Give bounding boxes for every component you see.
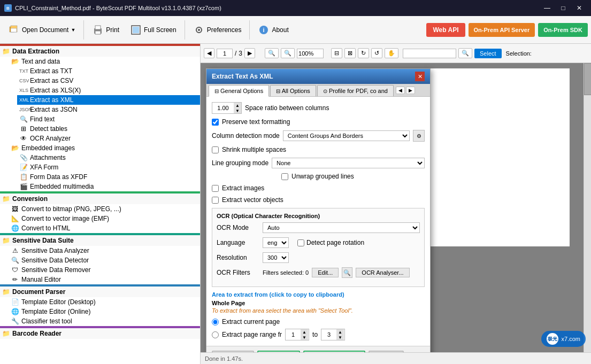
csv-icon: CSV xyxy=(19,78,28,83)
sidebar-item-extract-json[interactable]: JSON Extract as JSON xyxy=(17,105,200,114)
sidebar-label-sensitive-remover: Sensitive Data Remover xyxy=(21,266,90,274)
category-header-conversion[interactable]: 📁 Conversion xyxy=(0,193,200,204)
sidebar-item-detect-tables[interactable]: ⊞ Detect tables xyxy=(17,124,200,134)
extract-vector-checkbox[interactable] xyxy=(212,197,219,204)
close-dialog-button[interactable]: Close xyxy=(369,351,404,352)
line-grouping-select[interactable]: None By font size By indent xyxy=(272,158,425,168)
sidebar-item-embedded-images[interactable]: 📂 Embedded images xyxy=(9,143,200,153)
ocr-filters-edit-button[interactable]: Edit... xyxy=(312,268,339,277)
extract-to-file-button[interactable]: Extract to File xyxy=(303,351,365,352)
ocr-mode-select[interactable]: Auto Disabled Always xyxy=(263,222,420,233)
page-range-from-down[interactable]: ▼ xyxy=(301,335,308,340)
web-api-button[interactable]: Web API xyxy=(426,23,465,37)
print-button[interactable]: Print xyxy=(87,20,124,40)
preferences-button[interactable]: Preferences xyxy=(188,20,247,40)
detect-rotation-checkbox[interactable] xyxy=(297,239,304,246)
space-ratio-spinner[interactable]: ▲ ▼ xyxy=(212,102,242,114)
shrink-spaces-checkbox[interactable] xyxy=(212,146,219,153)
column-detection-select[interactable]: Content Groups And Borders Columns None xyxy=(283,130,410,141)
sidebar-item-extract-xml[interactable]: XML Extract as XML xyxy=(17,95,200,105)
sidebar-item-form-data-xfdf[interactable]: 📋 Form Data as XFDF xyxy=(17,172,200,182)
rotate-button[interactable]: ↻ xyxy=(358,48,369,58)
sidebar-item-template-online[interactable]: 🌐 Template Editor (Online) xyxy=(9,307,200,316)
category-header-sensitive[interactable]: 📁 Sensitive Data Suite xyxy=(0,235,200,246)
page-range-from-spinner[interactable]: ▲ ▼ xyxy=(285,329,309,340)
unwrap-lines-checkbox[interactable] xyxy=(281,173,288,180)
page-range-from-input[interactable] xyxy=(286,330,301,339)
page-range-to-spinner[interactable]: ▲ ▼ xyxy=(321,329,345,340)
select-button[interactable]: Select xyxy=(474,49,502,58)
sidebar-item-sensitive-analyzer[interactable]: ⚠ Sensitive Data Analyzer xyxy=(9,246,200,255)
sidebar-item-extract-csv[interactable]: CSV Extract as CSV xyxy=(17,76,200,86)
sidebar-label-find-text: Find text xyxy=(30,115,55,123)
open-document-dropdown-icon[interactable]: ▼ xyxy=(71,27,75,33)
onprem-api-button[interactable]: On-Prem API Server xyxy=(469,23,535,37)
category-header-document[interactable]: 📁 Document Parser xyxy=(0,286,200,297)
page-range-from-up[interactable]: ▲ xyxy=(301,329,308,335)
area-section-title[interactable]: Area to extract from (click to copy to c… xyxy=(212,291,425,298)
tab-general-options[interactable]: ⊟ General Options xyxy=(209,85,269,97)
fullscreen-button[interactable]: Full Screen xyxy=(125,20,181,40)
sidebar-item-manual-editor[interactable]: ✏ Manual Editor xyxy=(9,275,200,284)
open-document-button[interactable]: Open Document ▼ xyxy=(3,20,80,40)
category-header-barcode[interactable]: 📁 Barcode Reader xyxy=(0,328,200,339)
zoom-out-button[interactable]: 🔍 xyxy=(265,48,279,58)
page-layout-button[interactable]: ⊟ xyxy=(331,48,342,58)
tab-all-options[interactable]: ⊟ All Options xyxy=(270,85,316,96)
copy-to-button[interactable]: Copy to xyxy=(257,351,301,352)
sidebar-item-text-and-data[interactable]: 📂 Text and data xyxy=(9,57,200,66)
dialog-close-button[interactable]: ✕ xyxy=(415,72,425,81)
space-ratio-down[interactable]: ▼ xyxy=(234,108,241,113)
page-range-to-down[interactable]: ▼ xyxy=(336,335,344,340)
preserve-formatting-checkbox[interactable] xyxy=(212,119,219,126)
sidebar-item-attachments[interactable]: 📎 Attachments xyxy=(17,153,200,162)
page-range-to-input[interactable] xyxy=(321,330,336,339)
column-detection-settings-button[interactable]: ⚙ xyxy=(413,130,425,142)
space-ratio-input[interactable] xyxy=(212,104,234,112)
minimize-button[interactable]: — xyxy=(540,2,555,14)
category-header-data-extraction[interactable]: 📁 Data Extraction xyxy=(0,46,200,57)
sidebar-item-convert-html[interactable]: 🌐 Convert to HTML xyxy=(9,223,200,233)
preview-button[interactable]: Preview xyxy=(212,351,254,352)
sidebar-item-sensitive-remover[interactable]: 🛡 Sensitive Data Remover xyxy=(9,265,200,275)
close-button[interactable]: ✕ xyxy=(572,2,587,14)
selection-input[interactable] xyxy=(403,49,456,58)
sidebar-item-template-desktop[interactable]: 📄 Template Editor (Desktop) xyxy=(9,297,200,307)
page-number-input[interactable] xyxy=(217,49,233,58)
extract-images-checkbox[interactable] xyxy=(212,185,219,192)
sidebar-item-convert-bitmap[interactable]: 🖼 Convert to bitmap (PNG, JPEG, ...) xyxy=(9,204,200,214)
sidebar-item-sensitive-detector[interactable]: 🔍 Sensitive Data Detector xyxy=(9,255,200,265)
onprem-sdk-button[interactable]: On-Prem SDK xyxy=(538,23,588,37)
extract-current-page-radio[interactable] xyxy=(212,319,219,326)
space-ratio-up[interactable]: ▲ xyxy=(234,103,241,108)
maximize-button[interactable]: □ xyxy=(556,2,571,14)
tab-next-button[interactable]: ▶ xyxy=(406,87,415,94)
sidebar-item-classifier-test[interactable]: 🔧 Classifier test tool xyxy=(9,316,200,326)
hand-tool-button[interactable]: ✋ xyxy=(385,48,398,58)
tab-profile[interactable]: ⊙ Profile for PDF, co and xyxy=(317,85,394,96)
language-select[interactable]: eng xyxy=(263,237,289,248)
resolution-select[interactable]: 72 96 150 200 300 600 xyxy=(263,252,289,263)
sidebar-item-convert-vector[interactable]: 📐 Convert to vector image (EMF) xyxy=(9,214,200,223)
ocr-analyser-button[interactable]: OCR Analyser... xyxy=(356,268,409,277)
toolbar-separator-2 xyxy=(185,20,185,40)
rotate-2-button[interactable]: ↺ xyxy=(371,48,382,58)
sidebar-item-find-text[interactable]: 🔍 Find text xyxy=(17,114,200,124)
page-range-to-up[interactable]: ▲ xyxy=(336,329,344,335)
sidebar-item-extract-txt[interactable]: TXT Extract as TXT xyxy=(17,66,200,76)
tab-prev-button[interactable]: ◀ xyxy=(396,87,405,94)
sidebar-item-ocr-analyzer[interactable]: 👁 OCR Analyzer xyxy=(17,134,200,143)
prev-page-button[interactable]: ◀ xyxy=(204,48,214,58)
sidebar-item-embedded-multimedia[interactable]: 🎬 Embedded multimedia xyxy=(17,182,200,191)
next-page-button[interactable]: ▶ xyxy=(244,48,255,58)
sidebar-item-xfa-form[interactable]: 📝 XFA Form xyxy=(17,162,200,172)
ocr-filters-icon-button[interactable]: 🔍 xyxy=(342,267,352,278)
sidebar-item-extract-xls[interactable]: XLS Extract as XLS(X) xyxy=(17,86,200,95)
sidebar-label-sensitive-analyzer: Sensitive Data Analyzer xyxy=(21,247,89,254)
zoom-in-button[interactable]: 🔍 xyxy=(281,48,295,58)
about-button[interactable]: i About xyxy=(253,20,293,40)
extract-page-range-radio[interactable] xyxy=(212,331,219,338)
zoom-input[interactable] xyxy=(297,49,324,58)
search-button[interactable]: 🔍 xyxy=(458,48,472,58)
page-layout-2-button[interactable]: ⊠ xyxy=(344,48,356,58)
